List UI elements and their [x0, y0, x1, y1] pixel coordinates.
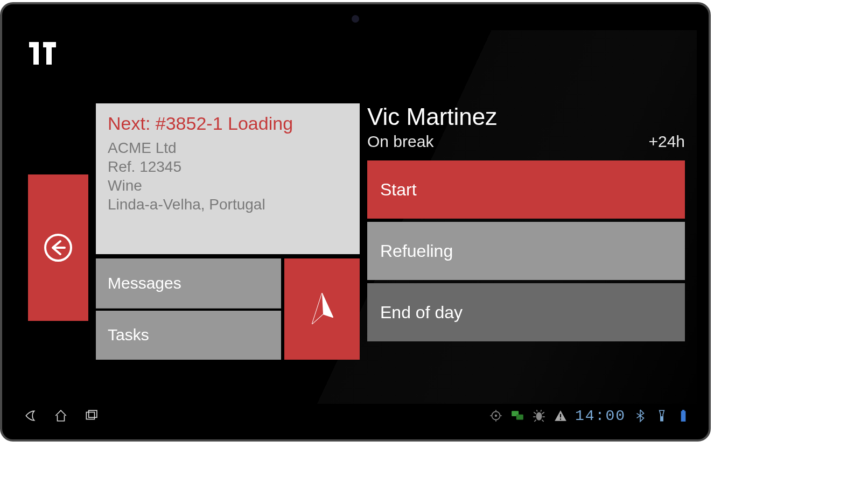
driver-status: On break	[367, 132, 433, 151]
flashlight-icon	[655, 409, 669, 423]
refueling-label: Refueling	[380, 241, 453, 261]
svg-rect-6	[89, 410, 97, 417]
next-task-card: Next: #3852-1 Loading ACME Ltd Ref. 1234…	[96, 103, 360, 360]
back-arrow-circle-icon	[43, 233, 73, 263]
nav-back-button[interactable]	[24, 409, 38, 423]
start-label: Start	[380, 180, 417, 200]
end-of-day-label: End of day	[380, 303, 463, 323]
start-button[interactable]: Start	[367, 160, 685, 219]
card-actions: Messages Tasks	[96, 258, 360, 360]
card-left-buttons: Messages Tasks	[96, 258, 281, 360]
svg-rect-13	[560, 418, 561, 419]
tasks-label: Tasks	[108, 326, 149, 344]
app-logo	[29, 42, 56, 65]
card-product: Wine	[108, 176, 348, 195]
back-icon	[24, 409, 38, 423]
driver-panel: Vic Martinez On break +24h Start Refueli…	[367, 103, 685, 345]
svg-rect-14	[661, 416, 663, 421]
nav-recent-button[interactable]	[84, 409, 98, 423]
battery-status[interactable]	[676, 409, 690, 423]
messages-button[interactable]: Messages	[96, 258, 281, 309]
driver-name: Vic Martinez	[367, 103, 685, 130]
svg-rect-12	[560, 414, 561, 418]
svg-rect-15	[681, 411, 686, 422]
gps-target-icon	[489, 409, 503, 423]
gps-status[interactable]	[489, 409, 503, 423]
end-of-day-button[interactable]: End of day	[367, 283, 685, 341]
nav-home-button[interactable]	[54, 409, 68, 423]
card-location: Linda-a-Velha, Portugal	[108, 195, 348, 214]
svg-rect-1	[33, 42, 39, 65]
card-company: ACME Ltd	[108, 138, 348, 157]
logo-icon	[29, 42, 56, 65]
tablet-frame: Next: #3852-1 Loading ACME Ltd Ref. 1234…	[0, 2, 711, 442]
driver-status-row: On break +24h	[367, 132, 685, 151]
card-title: Next: #3852-1 Loading	[108, 113, 348, 134]
card-details[interactable]: Next: #3852-1 Loading ACME Ltd Ref. 1234…	[96, 103, 360, 254]
battery-icon	[676, 409, 690, 423]
status-clock[interactable]: 14:00	[575, 408, 626, 424]
svg-point-8	[495, 415, 497, 417]
bluetooth-status[interactable]	[633, 409, 647, 423]
navigate-button[interactable]	[284, 258, 360, 360]
bluetooth-icon	[633, 409, 647, 423]
card-reference: Ref. 12345	[108, 157, 348, 176]
svg-rect-5	[86, 412, 94, 419]
home-icon	[54, 409, 68, 423]
refueling-button[interactable]: Refueling	[367, 222, 685, 280]
warning-icon	[554, 409, 568, 423]
screen: Next: #3852-1 Loading ACME Ltd Ref. 1234…	[14, 30, 697, 428]
svg-rect-3	[46, 42, 52, 65]
chat-status[interactable]	[510, 409, 524, 423]
front-camera	[352, 15, 359, 23]
debug-icon	[532, 409, 546, 423]
debug-status[interactable]	[532, 409, 546, 423]
nav-right: 14:00	[489, 408, 690, 424]
driver-time-remaining: +24h	[648, 132, 685, 151]
svg-rect-10	[516, 415, 523, 420]
tasks-button[interactable]: Tasks	[96, 311, 281, 360]
svg-rect-16	[682, 410, 684, 411]
svg-point-11	[536, 412, 542, 421]
recent-apps-icon	[84, 409, 98, 423]
flashlight-status[interactable]	[655, 409, 669, 423]
warning-status[interactable]	[554, 409, 568, 423]
back-button[interactable]	[28, 174, 88, 321]
cursor-arrow-icon	[306, 290, 338, 328]
messages-label: Messages	[108, 274, 181, 292]
nav-left	[20, 409, 98, 423]
chat-icon	[510, 409, 524, 423]
android-navbar: 14:00	[14, 404, 697, 428]
